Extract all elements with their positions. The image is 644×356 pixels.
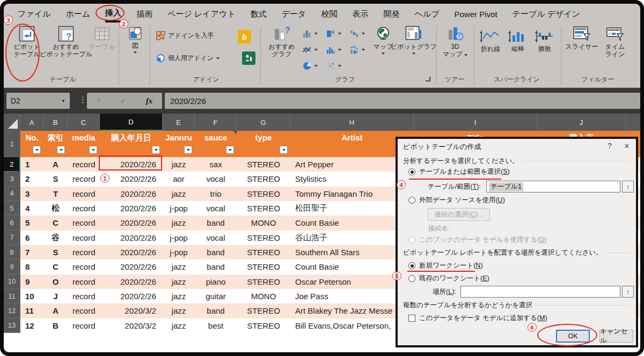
dialog-help-icon[interactable]: ? (604, 142, 616, 150)
tab-draw[interactable]: 描画 (136, 6, 152, 21)
cell[interactable]: 5 (20, 216, 43, 230)
radio-table-or-range[interactable]: テーブルまたは範囲を選択(S) (408, 167, 510, 176)
tab-data[interactable]: データ (282, 6, 306, 21)
table-column-header-7[interactable]: type (237, 131, 290, 157)
column-header-E[interactable]: E (163, 114, 195, 131)
range-picker-button[interactable]: ↑ (622, 286, 634, 298)
tab-developer[interactable]: 開発 (383, 6, 399, 21)
select-all-corner[interactable] (4, 114, 20, 131)
table-column-header-1[interactable]: No. (20, 131, 43, 157)
row-header-10[interactable]: 10 (4, 275, 20, 289)
3d-map-button[interactable]: 3Dマップ (440, 26, 471, 58)
illustrations-button[interactable]: 図 (123, 26, 148, 54)
tab-file[interactable]: ファイル (18, 6, 50, 21)
row-header-1[interactable]: 1 (4, 131, 20, 157)
cell[interactable]: record (68, 172, 100, 186)
cell[interactable]: STEREO (237, 318, 290, 333)
column-header-H[interactable]: H (290, 114, 414, 131)
tab-help[interactable]: ヘルプ (414, 6, 439, 21)
cell[interactable]: record (68, 187, 100, 201)
cell[interactable]: 2020/2/26 (100, 201, 163, 216)
cell[interactable]: C (43, 216, 68, 230)
cell[interactable]: STEREO (237, 259, 290, 274)
tab-review[interactable]: 校閲 (321, 6, 337, 21)
column-header-I[interactable]: I (414, 114, 537, 131)
cell[interactable]: aor (163, 172, 195, 186)
cell[interactable]: record (68, 201, 100, 216)
checkbox-add-to-data-model[interactable]: このデータをデータ モデルに追加する(M) (408, 314, 547, 323)
pivotchart-button[interactable]: ピボットグラフ (394, 26, 433, 55)
filter-dropdown-button[interactable] (226, 146, 234, 154)
cell[interactable]: vocal (195, 172, 237, 186)
insert-statistic-chart-button[interactable] (326, 45, 341, 55)
column-header-C[interactable]: C (68, 114, 100, 131)
cell[interactable]: S (43, 245, 68, 259)
insert-pie-chart-button[interactable] (302, 61, 318, 71)
cell[interactable]: 2020/2/26 (100, 216, 163, 230)
table-column-header-2[interactable]: 索引 (43, 131, 68, 157)
name-box[interactable]: D2 ▼ (6, 93, 70, 109)
cancel-entry-icon[interactable]: × (97, 96, 101, 106)
sparkline-line-button[interactable]: 折れ線 (477, 29, 504, 53)
cell[interactable]: record (68, 259, 100, 274)
cell[interactable]: jazz (163, 275, 195, 289)
cell[interactable]: vocal (195, 201, 237, 216)
row-header-6[interactable]: 6 (4, 216, 20, 230)
cell[interactable]: piano (195, 275, 237, 289)
cell[interactable]: 2020/3/2 (100, 318, 163, 333)
filter-dropdown-button[interactable] (280, 146, 288, 154)
cell[interactable]: 8 (20, 259, 43, 274)
cell[interactable]: 2020/3/2 (100, 303, 163, 318)
tab-table-design[interactable]: テーブル デザイン (513, 6, 581, 21)
cell[interactable]: 6 (20, 231, 43, 245)
insert-combo-chart-button[interactable] (349, 45, 365, 55)
cell[interactable]: guitar (195, 289, 237, 303)
cell[interactable]: 2020/2/26 (100, 289, 163, 303)
row-header-4[interactable]: 4 (4, 187, 20, 201)
filter-dropdown-button[interactable] (184, 146, 192, 154)
column-header-G[interactable]: G (237, 114, 290, 131)
radio-external-source[interactable]: 外部データ ソースを使用(U) (408, 196, 505, 205)
row-header-5[interactable]: 5 (4, 201, 20, 216)
tab-view[interactable]: 表示 (352, 6, 368, 21)
row-header-11[interactable]: 11 (4, 289, 20, 303)
cell[interactable]: 10 (20, 289, 43, 303)
cell[interactable]: MONO (237, 216, 290, 230)
cell[interactable]: 11 (20, 303, 43, 318)
cell[interactable]: 12 (20, 318, 43, 333)
cell[interactable]: sax (195, 157, 237, 172)
column-header-B[interactable]: B (43, 114, 68, 131)
cell[interactable]: jazz (163, 259, 195, 274)
cell[interactable]: O (43, 275, 68, 289)
charts-dialog-launcher-icon[interactable] (426, 77, 430, 81)
cell[interactable]: record (68, 318, 100, 333)
tab-page-layout[interactable]: ページ レイアウト (167, 6, 236, 21)
get-addins-button[interactable]: アドインを入手 (156, 31, 214, 40)
cell[interactable]: record (68, 216, 100, 230)
cell[interactable]: record (68, 245, 100, 259)
cell[interactable]: STEREO (237, 172, 290, 186)
cell[interactable]: STEREO (237, 187, 290, 201)
table-column-header-6[interactable]: sauce (195, 131, 237, 157)
row-header-2[interactable]: 2 (4, 157, 20, 172)
cell[interactable]: 谷 (43, 231, 68, 245)
recommended-pivottables-button[interactable]: ? おすすめピボットテーブル (46, 26, 86, 58)
cell[interactable]: j-pop (163, 231, 195, 245)
row-header-8[interactable]: 8 (4, 245, 20, 259)
people-graph-addin-icon[interactable] (242, 51, 255, 65)
cell[interactable]: 4 (20, 201, 43, 216)
table-button[interactable]: テーブル (89, 26, 115, 51)
cell[interactable]: A (43, 157, 68, 172)
tab-power-pivot[interactable]: Power Pivot (455, 6, 497, 21)
row-header-7[interactable]: 7 (4, 231, 20, 245)
cell[interactable]: j-pop (163, 201, 195, 216)
name-box-dropdown-icon[interactable]: ▼ (61, 99, 65, 103)
radio-existing-worksheet[interactable]: 既存のワークシート(E) (408, 274, 489, 283)
cell[interactable]: 9 (20, 275, 43, 289)
cell[interactable]: record (68, 303, 100, 318)
cell[interactable]: jazz (163, 216, 195, 230)
cancel-button[interactable]: キャンセル (599, 330, 633, 343)
cell[interactable]: 2020/2/26 (100, 245, 163, 259)
insert-scatter-chart-button[interactable] (326, 61, 341, 71)
cell[interactable]: STEREO (237, 245, 290, 259)
